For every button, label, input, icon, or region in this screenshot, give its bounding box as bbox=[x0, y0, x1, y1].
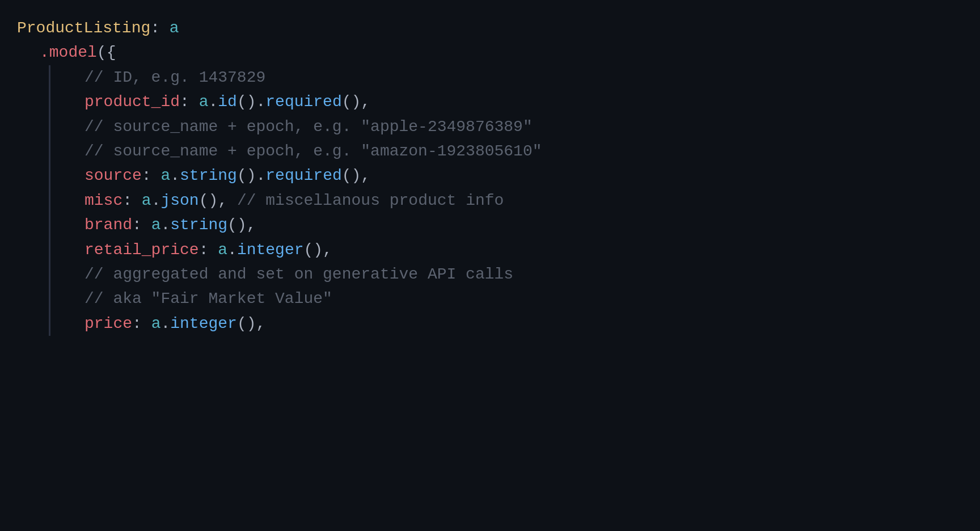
token-a-13: a bbox=[151, 311, 161, 336]
token-method-model: .model bbox=[40, 40, 97, 65]
code-line-2: .model({ bbox=[17, 40, 957, 65]
token-class-name: ProductListing bbox=[17, 16, 150, 40]
token-comment-id: // ID, e.g. 1437829 bbox=[85, 65, 265, 90]
token-comma-4: , bbox=[361, 90, 370, 114]
token-field-price: price bbox=[85, 311, 132, 336]
token-colon: : bbox=[150, 16, 170, 40]
token-field-misc: misc bbox=[85, 188, 122, 213]
token-method-string-7: string bbox=[180, 163, 237, 188]
token-paren-json: () bbox=[199, 188, 218, 213]
token-comment-source1: // source_name + epoch, e.g. "apple-2349… bbox=[85, 115, 533, 139]
token-dot1-13: . bbox=[160, 311, 170, 336]
token-variable: a bbox=[170, 16, 179, 40]
token-field-product-id: product_id bbox=[85, 90, 180, 114]
token-dot1-8: . bbox=[151, 188, 161, 213]
code-line-7: source: a.string().required(), bbox=[50, 163, 957, 188]
token-paren-integer-10: () bbox=[304, 238, 323, 262]
token-dot1-9: . bbox=[160, 213, 170, 237]
token-a-9: a bbox=[151, 213, 161, 237]
code-line-12: // aka "Fair Market Value" bbox=[50, 286, 957, 311]
code-line-1: ProductListing: a bbox=[17, 16, 957, 40]
token-dot1-4: . bbox=[208, 90, 218, 114]
token-a-10: a bbox=[218, 238, 227, 262]
token-paren-id: () bbox=[237, 90, 256, 114]
code-line-5: // source_name + epoch, e.g. "apple-2349… bbox=[50, 115, 957, 139]
token-dot2-4: . bbox=[256, 90, 265, 114]
token-dot1-7: . bbox=[170, 163, 180, 188]
token-brace-open: { bbox=[107, 40, 116, 65]
token-comment-misc: // miscellanous product info bbox=[227, 188, 504, 213]
token-colon-8: : bbox=[122, 188, 142, 213]
token-method-required-7: required bbox=[265, 163, 341, 188]
code-line-8: misc: a.json(), // miscellanous product … bbox=[50, 188, 957, 213]
code-indented-block: // ID, e.g. 1437829 product_id: a.id().r… bbox=[49, 65, 957, 336]
token-dot1-10: . bbox=[227, 238, 237, 262]
code-line-10: retail_price: a.integer(), bbox=[50, 238, 957, 262]
token-method-integer-10: integer bbox=[237, 238, 304, 262]
token-method-json: json bbox=[160, 188, 198, 213]
token-comment-fmv: // aka "Fair Market Value" bbox=[85, 286, 332, 311]
token-paren-required-4: () bbox=[342, 90, 361, 114]
token-method-string-9: string bbox=[170, 213, 227, 237]
code-line-6: // source_name + epoch, e.g. "amazon-192… bbox=[50, 139, 957, 163]
token-comma-13: , bbox=[256, 311, 265, 336]
code-editor: ProductListing: a .model({ // ID, e.g. 1… bbox=[0, 0, 980, 531]
code-line-4: product_id: a.id().required(), bbox=[50, 90, 957, 114]
token-paren-integer-13: () bbox=[237, 311, 256, 336]
token-method-integer-13: integer bbox=[170, 311, 237, 336]
token-comment-source2: // source_name + epoch, e.g. "amazon-192… bbox=[85, 139, 542, 163]
token-a-7: a bbox=[160, 163, 170, 188]
token-field-retail-price: retail_price bbox=[85, 238, 199, 262]
token-paren-required-7: () bbox=[342, 163, 361, 188]
token-comma-10: , bbox=[323, 238, 332, 262]
token-paren-string-7: () bbox=[237, 163, 256, 188]
token-a-4: a bbox=[199, 90, 209, 114]
code-line-9: brand: a.string(), bbox=[50, 213, 957, 237]
token-colon-9: : bbox=[132, 213, 151, 237]
token-field-source: source bbox=[85, 163, 142, 188]
token-method-id: id bbox=[218, 90, 237, 114]
token-paren-string-9: () bbox=[227, 213, 247, 237]
token-comma-8: , bbox=[218, 188, 227, 213]
token-colon-7: : bbox=[142, 163, 161, 188]
token-method-required-4: required bbox=[265, 90, 341, 114]
token-colon-13: : bbox=[132, 311, 151, 336]
token-comment-aggregated: // aggregated and set on generative API … bbox=[85, 262, 513, 286]
token-colon-10: : bbox=[199, 238, 218, 262]
token-comma-9: , bbox=[247, 213, 256, 237]
token-field-brand: brand bbox=[85, 213, 132, 237]
token-paren-open: ( bbox=[97, 40, 107, 65]
code-line-3: // ID, e.g. 1437829 bbox=[50, 65, 957, 90]
token-colon-4: : bbox=[180, 90, 199, 114]
token-comma-7: , bbox=[361, 163, 370, 188]
token-a-8: a bbox=[142, 188, 151, 213]
code-line-13: price: a.integer(), bbox=[50, 311, 957, 336]
code-line-11: // aggregated and set on generative API … bbox=[50, 262, 957, 286]
token-dot2-7: . bbox=[256, 163, 266, 188]
